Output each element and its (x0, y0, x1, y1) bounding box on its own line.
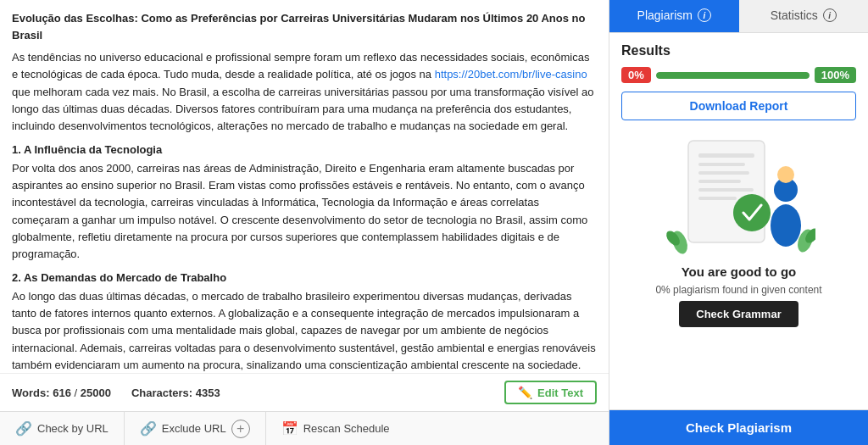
check-by-url-item[interactable]: 🔗 Check by URL (0, 412, 125, 445)
section-heading-1: 1. A Influência da Tecnologia (12, 142, 597, 159)
word-count: Words: 616 / 25000 (12, 387, 111, 399)
pencil-icon: ✏️ (518, 386, 532, 399)
plagiarism-tab-label: Plagiarism (637, 8, 693, 22)
check-grammar-button[interactable]: Check Grammar (679, 301, 798, 327)
check-url-label: Check by URL (37, 422, 108, 435)
paragraph-3: Ao longo das duas últimas décadas, o mer… (12, 288, 597, 373)
statistics-info-icon[interactable]: i (823, 8, 837, 22)
progress-bar-fill (656, 72, 810, 79)
add-exclude-url-icon[interactable]: + (231, 420, 250, 438)
plagiarism-info-icon[interactable]: i (698, 8, 711, 22)
svg-rect-1 (698, 153, 754, 158)
rescan-label: Rescan Schedule (303, 422, 390, 435)
text-area[interactable]: Evolução das Escolhas: Como as Preferênc… (0, 0, 609, 373)
good-to-go-subtitle: 0% plagiarism found in given content (655, 284, 821, 296)
svg-point-7 (733, 194, 771, 231)
main-container: Evolução das Escolhas: Como as Preferênc… (0, 0, 868, 445)
svg-point-10 (777, 166, 794, 183)
statistics-tab-label: Statistics (771, 8, 818, 22)
svg-rect-4 (698, 180, 741, 183)
article-title: Evolução das Escolhas: Como as Preferênc… (12, 10, 597, 44)
check-plagiarism-button[interactable]: Check Plagiarism (609, 409, 868, 445)
edit-text-button[interactable]: ✏️ Edit Text (504, 381, 597, 404)
tab-statistics[interactable]: Statistics i (739, 0, 869, 32)
svg-rect-2 (698, 163, 745, 166)
results-section: Results 0% 100% Download Report (609, 33, 868, 409)
success-illustration (663, 132, 815, 259)
percentage-row: 0% 100% (621, 67, 856, 83)
tab-bar: Plagiarism i Statistics i (609, 0, 868, 33)
right-panel: Plagiarism i Statistics i Results 0% 100… (609, 0, 868, 445)
download-report-button[interactable]: Download Report (621, 92, 856, 120)
exclude-url-label: Exclude URL (162, 422, 226, 435)
paragraph-2: Por volta dos anos 2000, carreiras nas á… (12, 160, 597, 263)
bottom-toolbar: 🔗 Check by URL 🔗 Exclude URL + 📅 Rescan … (0, 411, 609, 445)
plagiarism-pct-badge: 0% (621, 67, 651, 83)
article-link[interactable]: https://20bet.com/br/live-casino (435, 68, 587, 81)
link-icon: 🔗 (15, 420, 32, 437)
exclude-url-item[interactable]: 🔗 Exclude URL + (125, 412, 266, 445)
left-panel: Evolução das Escolhas: Como as Preferênc… (0, 0, 609, 445)
good-to-go-title: You are good to go (682, 264, 797, 279)
svg-rect-5 (698, 188, 754, 192)
original-pct-badge: 100% (815, 67, 856, 83)
svg-rect-6 (698, 197, 737, 200)
calendar-icon: 📅 (281, 420, 298, 437)
tab-plagiarism[interactable]: Plagiarism i (609, 0, 739, 32)
results-title: Results (621, 43, 856, 58)
stats-bar: Words: 616 / 25000 Characters: 4353 ✏️ E… (0, 373, 609, 411)
char-count: Characters: 4353 (131, 387, 220, 399)
paragraph-1: As tendências no universo educacional e … (12, 49, 597, 135)
svg-point-9 (771, 204, 801, 247)
exclude-link-icon: 🔗 (140, 420, 157, 437)
progress-bar (656, 72, 810, 79)
rescan-schedule-item[interactable]: 📅 Rescan Schedule (266, 412, 405, 445)
svg-rect-3 (698, 171, 749, 175)
section-heading-2: 2. As Demandas do Mercado de Trabalho (12, 270, 597, 286)
illustration-area: You are good to go 0% plagiarism found i… (621, 129, 856, 336)
